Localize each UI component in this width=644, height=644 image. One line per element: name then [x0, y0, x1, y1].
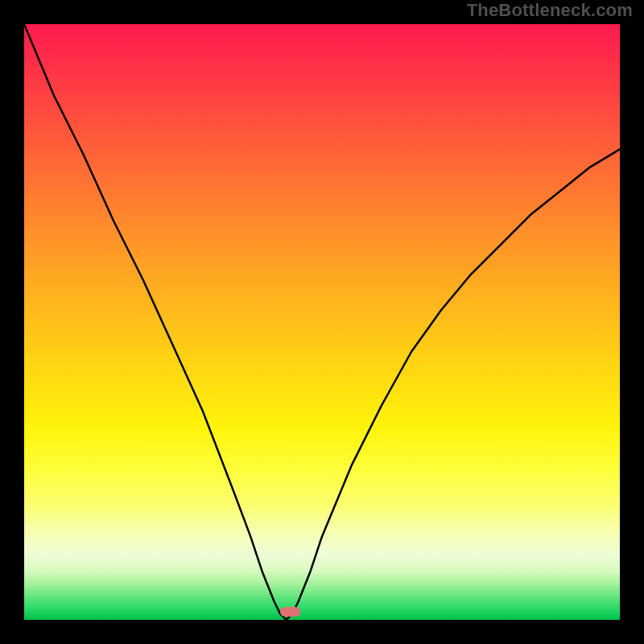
watermark-text: TheBottleneck.com	[467, 0, 633, 21]
min-marker	[280, 607, 300, 617]
plot-area	[24, 24, 620, 620]
chart-container: TheBottleneck.com	[0, 0, 644, 644]
bottleneck-curve	[24, 24, 620, 620]
curve-path	[24, 24, 620, 620]
